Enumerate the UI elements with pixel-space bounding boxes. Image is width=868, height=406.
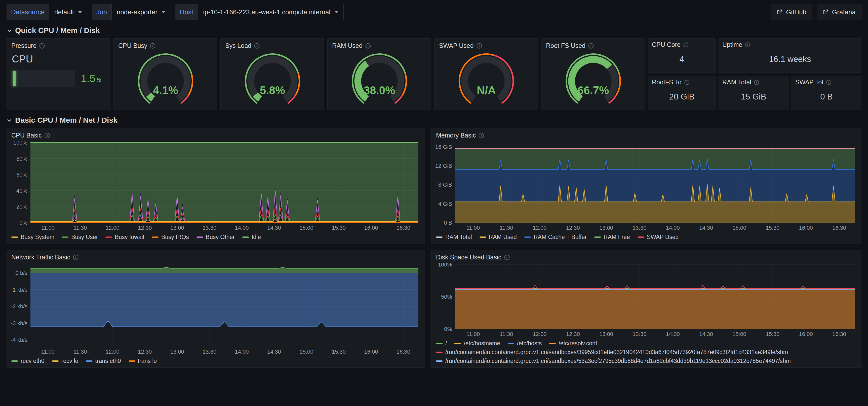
legend-label: /etc/hosts <box>517 340 542 347</box>
legend-item[interactable]: RAM Cache + Buffer <box>524 234 587 240</box>
x-axis-label: 16:00 <box>799 225 813 231</box>
x-axis-label: 13:00 <box>170 225 184 231</box>
legend-item[interactable]: recv lo <box>52 358 79 365</box>
job-value: node-exporter <box>117 8 157 16</box>
legend-item[interactable]: RAM Total <box>436 234 472 240</box>
chevron-down-icon <box>161 11 165 13</box>
github-link-label: GitHub <box>786 8 806 16</box>
series-color-swatch <box>454 343 461 344</box>
memory-basic-chart: 0 B4 GiB8 GiB12 GiB16 GiB11:0011:3012:00… <box>432 140 861 243</box>
legend-item[interactable]: Busy IRQs <box>152 234 189 240</box>
legend-label: RAM Used <box>489 234 517 240</box>
panel-title: CPU Core <box>652 41 681 48</box>
info-icon <box>73 254 79 260</box>
series-color-swatch <box>196 236 203 238</box>
series-color-swatch <box>638 236 644 238</box>
x-axis-label: 13:30 <box>203 349 216 355</box>
grafana-link-button[interactable]: Grafana <box>817 4 862 20</box>
legend-label: /etc/hostname <box>464 340 500 347</box>
root-fs-used-gauge: 66.7% <box>541 50 645 110</box>
legend-item[interactable]: trans eth0 <box>86 358 121 365</box>
y-axis-label: 40% <box>17 187 27 194</box>
host-dropdown[interactable]: ip-10-1-166-223.eu-west-1.compute.intern… <box>198 4 344 20</box>
panel-title: Root FS Used <box>546 42 585 49</box>
github-link-button[interactable]: GitHub <box>771 4 812 20</box>
legend-label: / <box>445 340 447 347</box>
legend-item[interactable]: SWAP Used <box>638 234 679 240</box>
section-quick-cpu-mem-disk[interactable]: Quick CPU / Mem / Disk <box>6 24 862 38</box>
pressure-metric-label: CPU <box>12 53 105 65</box>
legend-item[interactable]: recv eth0 <box>11 358 44 365</box>
series-color-swatch <box>549 343 556 344</box>
series-color-swatch <box>508 343 514 344</box>
panel-cpu-basic: CPU Basic 0%20%40%60%80%100%11:0011:3012… <box>6 128 425 244</box>
panel-uptime: Uptime 16.1 weeks <box>718 38 862 73</box>
x-axis-label: 14:30 <box>699 331 713 337</box>
disk-basic-legend: //etc/hostname/etc/hosts/etc/resolv.conf… <box>434 338 857 365</box>
network-basic-plot: 0 b/s-1 kb/s-2 kb/s-3 kb/s-4 kb/s11:0011… <box>9 262 421 356</box>
x-axis-label: 16:30 <box>397 225 410 231</box>
datasource-dropdown[interactable]: default <box>49 4 87 20</box>
legend-item[interactable]: / <box>436 340 447 347</box>
legend-label: Busy IRQs <box>161 234 189 240</box>
panel-swap-used: SWAP Used N/A <box>434 38 538 110</box>
panel-title: Memory Basic <box>436 132 476 139</box>
legend-item[interactable]: Idle <box>242 234 261 240</box>
section-basic-cpu-mem-net-disk[interactable]: Basic CPU / Mem / Net / Disk <box>6 110 862 128</box>
x-axis-label: 11:30 <box>73 225 87 231</box>
host-label: Host <box>175 4 198 20</box>
legend-item[interactable]: /run/containerd/io.containerd.grpc.v1.cr… <box>436 358 791 365</box>
y-axis-label: 0 b/s <box>16 270 27 276</box>
legend-label: recv eth0 <box>21 358 44 365</box>
gauge-svg: 38.0% <box>337 51 422 110</box>
y-axis-label: 80% <box>17 156 27 162</box>
x-axis-label: 16:30 <box>832 225 846 231</box>
info-icon <box>365 43 371 49</box>
x-axis-label: 11:30 <box>73 349 87 355</box>
info-icon <box>588 43 594 49</box>
legend-label: trans lo <box>138 358 157 365</box>
legend-label: /etc/resolv.conf <box>559 340 597 347</box>
info-icon <box>745 42 750 48</box>
legend-item[interactable]: /etc/hosts <box>508 340 542 347</box>
cpu-basic-legend: Busy SystemBusy UserBusy IowaitBusy IRQs… <box>9 232 421 240</box>
legend-label: /run/containerd/io.containerd.grpc.v1.cr… <box>445 349 788 356</box>
series-color-swatch <box>52 360 59 362</box>
legend-item[interactable]: RAM Used <box>479 234 517 240</box>
uptime-value: 16.1 weeks <box>719 48 861 72</box>
panel-root-fs-used: Root FS Used 66.7% <box>541 38 645 110</box>
series-color-swatch <box>152 236 158 238</box>
series-color-swatch <box>242 236 249 238</box>
legend-item[interactable]: /run/containerd/io.containerd.grpc.v1.cr… <box>436 349 788 356</box>
y-axis-label: 60% <box>17 172 27 178</box>
series-color-swatch <box>105 236 112 238</box>
datasource-label: Datasource <box>6 4 49 20</box>
legend-item[interactable]: Busy Iowait <box>105 234 145 240</box>
x-axis-label: 14:00 <box>666 225 680 231</box>
quick-panels-row: Pressure CPU 1.5% CPU Busy <box>6 38 862 110</box>
legend-item[interactable]: /etc/hostname <box>454 340 500 347</box>
panel-title: SWAP Used <box>439 42 474 49</box>
job-dropdown[interactable]: node-exporter <box>112 4 171 20</box>
legend-item[interactable]: Busy User <box>62 234 98 240</box>
rootfs-total-value: 20 GiB <box>648 86 715 110</box>
panel-title: RootFS To <box>652 79 682 86</box>
legend-item[interactable]: /etc/resolv.conf <box>549 340 597 347</box>
disk-space-used-basic-chart: 0%50%100%11:0011:3012:0012:3013:0013:301… <box>432 262 861 368</box>
info-icon <box>254 43 260 49</box>
chevron-down-icon <box>6 28 12 33</box>
legend-item[interactable]: Busy System <box>11 234 54 240</box>
series-color-swatch <box>86 360 92 362</box>
legend-label: /run/containerd/io.containerd.grpc.v1.cr… <box>445 358 791 365</box>
gauge-value: 38.0% <box>364 84 395 96</box>
x-axis-label: 11:00 <box>41 225 55 231</box>
x-axis-label: 11:00 <box>466 225 480 231</box>
y-axis-label: 0% <box>19 220 27 226</box>
y-axis-label: -3 kb/s <box>11 320 27 326</box>
series-color-swatch <box>436 236 442 238</box>
legend-item[interactable]: trans lo <box>129 358 157 365</box>
var-host: Host ip-10-1-166-223.eu-west-1.compute.i… <box>175 4 344 20</box>
external-link-icon <box>823 9 829 15</box>
legend-item[interactable]: RAM Free <box>594 234 630 240</box>
legend-item[interactable]: Busy Other <box>196 234 235 240</box>
